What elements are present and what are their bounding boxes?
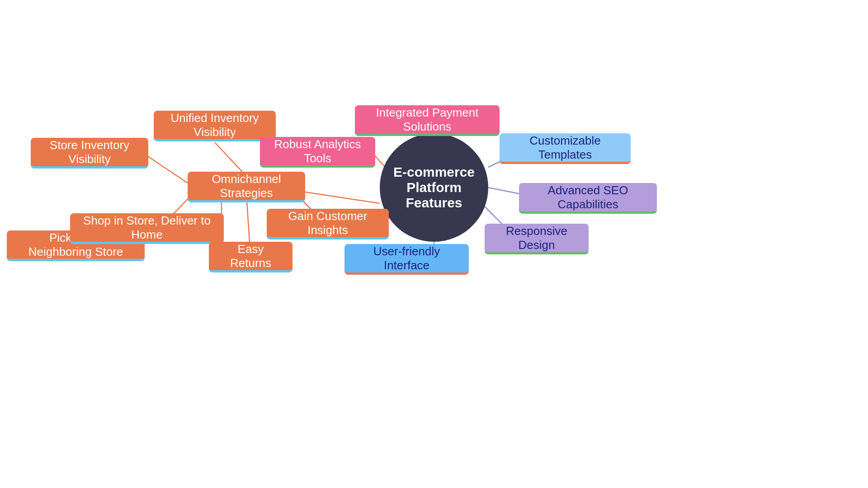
node-gain-insights[interactable]: Gain Customer Insights: [267, 209, 389, 239]
node-integrated-payment-label: Integrated Payment Solutions: [365, 106, 490, 134]
node-user-friendly-label: User-friendly Interface: [354, 244, 459, 272]
node-responsive-design[interactable]: Responsive Design: [485, 224, 589, 254]
node-advanced-seo[interactable]: Advanced SEO Capabilities: [519, 183, 657, 214]
svg-line-0: [305, 192, 380, 203]
node-shop-store[interactable]: Shop in Store, Deliver to Home: [70, 213, 224, 244]
svg-line-2: [144, 154, 188, 183]
node-customizable[interactable]: Customizable Templates: [500, 133, 631, 164]
node-omnichannel[interactable]: Omnichannel Strategies: [188, 172, 305, 202]
node-responsive-design-label: Responsive Design: [495, 224, 579, 252]
center-node-label: E-commerce Platform Features: [389, 164, 479, 211]
node-shop-store-label: Shop in Store, Deliver to Home: [80, 214, 214, 242]
node-gain-insights-label: Gain Customer Insights: [277, 209, 379, 237]
node-unified-inventory-label: Unified Inventory Visibility: [164, 111, 266, 139]
svg-line-1: [215, 142, 246, 176]
node-integrated-payment[interactable]: Integrated Payment Solutions: [355, 105, 500, 136]
node-unified-inventory[interactable]: Unified Inventory Visibility: [154, 111, 276, 141]
node-store-inventory[interactable]: Store Inventory Visibility: [31, 138, 148, 169]
node-robust-analytics[interactable]: Robust Analytics Tools: [260, 137, 375, 168]
node-advanced-seo-label: Advanced SEO Capabilities: [529, 183, 647, 211]
node-robust-analytics-label: Robust Analytics Tools: [270, 137, 365, 165]
node-store-inventory-label: Store Inventory Visibility: [41, 138, 138, 166]
node-user-friendly[interactable]: User-friendly Interface: [344, 244, 469, 275]
node-easy-returns-label: Easy Returns: [219, 242, 283, 270]
center-node: E-commerce Platform Features: [380, 133, 488, 242]
node-easy-returns[interactable]: Easy Returns: [209, 242, 292, 272]
node-customizable-label: Customizable Templates: [509, 134, 621, 162]
node-omnichannel-label: Omnichannel Strategies: [198, 172, 295, 200]
